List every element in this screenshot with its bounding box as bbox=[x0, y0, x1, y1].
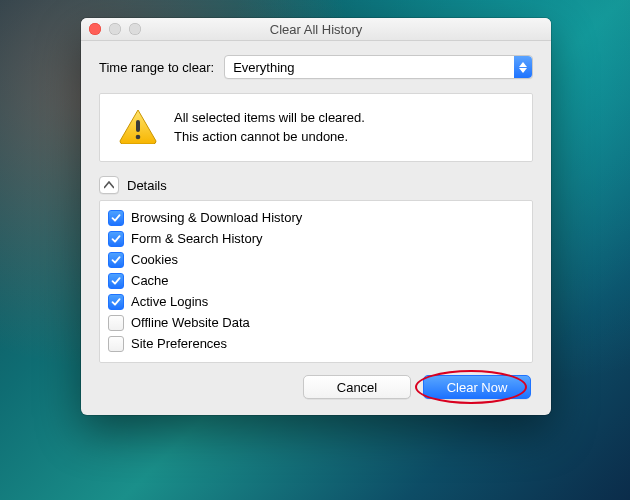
checkbox[interactable] bbox=[108, 294, 124, 310]
checklist-row: Form & Search History bbox=[108, 228, 524, 249]
details-checklist: Browsing & Download HistoryForm & Search… bbox=[99, 200, 533, 363]
warning-line-1: All selected items will be cleared. bbox=[174, 109, 365, 128]
check-icon bbox=[111, 297, 121, 307]
checklist-item-label: Browsing & Download History bbox=[131, 210, 302, 225]
checklist-row: Site Preferences bbox=[108, 333, 524, 354]
dialog-actions: Cancel Clear Now bbox=[99, 375, 533, 399]
checkbox[interactable] bbox=[108, 252, 124, 268]
checkbox[interactable] bbox=[108, 336, 124, 352]
check-icon bbox=[111, 276, 121, 286]
checkbox[interactable] bbox=[108, 315, 124, 331]
check-icon bbox=[111, 234, 121, 244]
close-window-button[interactable] bbox=[89, 23, 101, 35]
minimize-window-button bbox=[109, 23, 121, 35]
checkbox[interactable] bbox=[108, 231, 124, 247]
svg-point-1 bbox=[136, 135, 141, 140]
checklist-row: Cache bbox=[108, 270, 524, 291]
checklist-item-label: Cookies bbox=[131, 252, 178, 267]
warning-line-2: This action cannot be undone. bbox=[174, 128, 365, 147]
window-controls bbox=[81, 23, 141, 35]
checkbox[interactable] bbox=[108, 273, 124, 289]
checkbox[interactable] bbox=[108, 210, 124, 226]
checklist-item-label: Site Preferences bbox=[131, 336, 227, 351]
clear-now-button[interactable]: Clear Now bbox=[423, 375, 531, 399]
svg-rect-0 bbox=[136, 120, 140, 132]
warning-icon bbox=[118, 108, 158, 147]
checklist-row: Browsing & Download History bbox=[108, 207, 524, 228]
time-range-label: Time range to clear: bbox=[99, 60, 214, 75]
cancel-button-label: Cancel bbox=[337, 380, 377, 395]
dialog-content: Time range to clear: Everything bbox=[81, 41, 551, 415]
checklist-item-label: Form & Search History bbox=[131, 231, 262, 246]
dialog-window: Clear All History Time range to clear: E… bbox=[81, 18, 551, 415]
desktop-background: Clear All History Time range to clear: E… bbox=[0, 0, 630, 500]
warning-text: All selected items will be cleared. This… bbox=[174, 109, 365, 147]
check-icon bbox=[111, 255, 121, 265]
check-icon bbox=[111, 213, 121, 223]
warning-panel: All selected items will be cleared. This… bbox=[99, 93, 533, 162]
details-header: Details bbox=[99, 176, 533, 194]
details-disclosure-button[interactable] bbox=[99, 176, 119, 194]
checklist-item-label: Active Logins bbox=[131, 294, 208, 309]
time-range-row: Time range to clear: Everything bbox=[99, 55, 533, 79]
titlebar: Clear All History bbox=[81, 18, 551, 41]
window-title: Clear All History bbox=[81, 22, 551, 37]
chevron-up-icon bbox=[104, 181, 114, 189]
checklist-item-label: Offline Website Data bbox=[131, 315, 250, 330]
time-range-select[interactable]: Everything bbox=[224, 55, 533, 79]
details-label: Details bbox=[127, 178, 167, 193]
checklist-row: Active Logins bbox=[108, 291, 524, 312]
checklist-row: Offline Website Data bbox=[108, 312, 524, 333]
clear-now-button-label: Clear Now bbox=[447, 380, 508, 395]
maximize-window-button bbox=[129, 23, 141, 35]
cancel-button[interactable]: Cancel bbox=[303, 375, 411, 399]
checklist-row: Cookies bbox=[108, 249, 524, 270]
select-stepper-icon bbox=[514, 56, 532, 78]
time-range-value: Everything bbox=[233, 60, 294, 75]
checklist-item-label: Cache bbox=[131, 273, 169, 288]
